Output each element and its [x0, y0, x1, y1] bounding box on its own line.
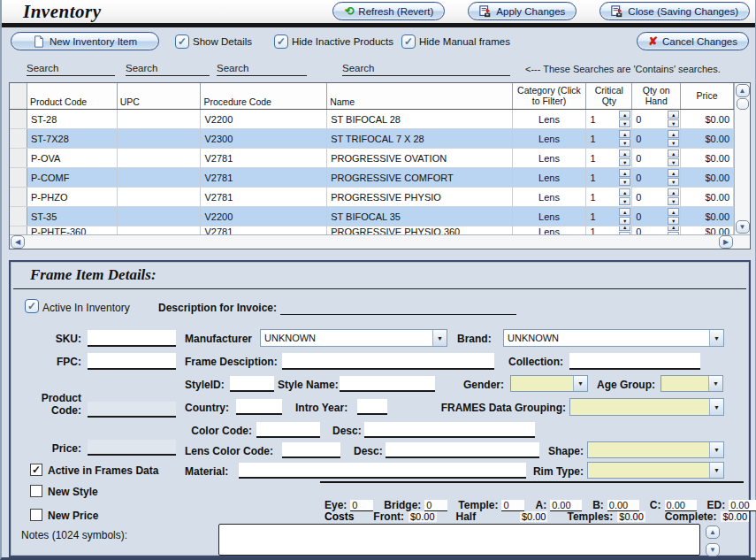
cell-procedure-code[interactable]: V2200 — [201, 110, 327, 128]
frames-grouping-select[interactable]: ▼ — [569, 398, 724, 416]
spinner-up-icon[interactable]: ▲ — [668, 208, 679, 216]
table-row[interactable]: P-OVAV2781PROGRESSIVE OVATIONLens1▲▼0▲▼$… — [10, 149, 734, 168]
qty-spinner[interactable]: ▲▼ — [619, 208, 630, 225]
new-price-checkbox[interactable] — [30, 509, 42, 521]
row-selector[interactable] — [10, 149, 27, 167]
row-selector[interactable] — [10, 226, 27, 234]
qty-spinner[interactable]: ▲▼ — [668, 188, 679, 205]
cell-name[interactable]: ST BIFOCAL 28 — [327, 110, 512, 128]
critical-qty-value[interactable]: 1 — [590, 173, 595, 183]
cell-category[interactable]: Lens — [513, 207, 587, 226]
shape-select[interactable]: ▼ — [587, 441, 724, 458]
spinner-up-icon[interactable]: ▲ — [619, 111, 630, 119]
chevron-down-icon[interactable]: ▼ — [709, 399, 723, 415]
qty-spinner[interactable]: ▲▼ — [668, 150, 679, 166]
qty-spinner[interactable]: ▲▼ — [668, 226, 679, 234]
qty-spinner[interactable]: ▲▼ — [619, 226, 630, 234]
qty-spinner[interactable]: ▲▼ — [619, 130, 630, 147]
row-selector[interactable] — [10, 188, 27, 206]
col-product-code[interactable]: Product Code — [27, 83, 118, 109]
qty-on-hand-value[interactable]: 0 — [636, 114, 641, 125]
qty-on-hand-value[interactable]: 0 — [636, 134, 641, 144]
cell-procedure-code[interactable]: V2200 — [201, 207, 327, 226]
critical-qty-value[interactable]: 1 — [590, 211, 595, 222]
cell-category[interactable]: Lens — [513, 188, 587, 206]
col-price[interactable]: Price — [681, 83, 734, 109]
cell-upc[interactable] — [118, 226, 202, 234]
chevron-down-icon[interactable]: ▼ — [709, 330, 723, 346]
cell-category[interactable]: Lens — [513, 168, 587, 187]
spinner-up-icon[interactable]: ▲ — [668, 130, 679, 138]
chevron-down-icon[interactable]: ▼ — [432, 330, 447, 346]
qty-spinner[interactable]: ▲▼ — [668, 208, 679, 225]
cell-name[interactable]: PROGRESSIVE PHYSIO 360 — [327, 226, 512, 234]
cell-procedure-code[interactable]: V2300 — [201, 129, 327, 148]
row-selector[interactable] — [10, 168, 27, 187]
cell-procedure-code[interactable]: V2781 — [201, 188, 327, 206]
table-row[interactable]: ST-35V2200ST BIFOCAL 35Lens1▲▼0▲▼$0.00 — [10, 207, 734, 226]
cell-upc[interactable] — [118, 207, 202, 226]
spinner-down-icon[interactable]: ▼ — [619, 119, 630, 127]
cell-procedure-code[interactable]: V2781 — [201, 226, 327, 234]
cell-qty-on-hand[interactable]: 0▲▼ — [632, 149, 681, 167]
color-desc-input[interactable] — [364, 422, 535, 438]
apply-changes-button[interactable]: Apply Changes — [468, 2, 577, 20]
new-style-checkbox[interactable] — [30, 485, 42, 497]
table-row[interactable]: ST-28V2200ST BIFOCAL 28Lens1▲▼0▲▼$0.00 — [10, 110, 734, 129]
spinner-up-icon[interactable]: ▲ — [668, 188, 679, 196]
collection-input[interactable] — [569, 353, 700, 370]
qty-spinner[interactable]: ▲▼ — [668, 169, 679, 186]
cell-price[interactable]: $0.00 — [681, 110, 734, 128]
critical-qty-value[interactable]: 1 — [590, 114, 595, 125]
active-in-frames-checkbox[interactable]: ✓ — [30, 464, 42, 476]
style-name-input[interactable] — [340, 376, 435, 392]
row-selector[interactable] — [10, 129, 27, 148]
cell-critical-qty[interactable]: 1▲▼ — [586, 110, 632, 128]
cell-name[interactable]: ST TRIFOCAL 7 X 28 — [327, 129, 512, 148]
cell-qty-on-hand[interactable]: 0▲▼ — [632, 207, 681, 226]
description-for-invoice-input[interactable] — [280, 299, 516, 315]
product-code-input[interactable] — [88, 402, 176, 418]
search-upc-input[interactable] — [126, 60, 210, 76]
qty-spinner[interactable]: ▲▼ — [619, 169, 630, 186]
spinner-up-icon[interactable]: ▲ — [619, 188, 630, 196]
spinner-down-icon[interactable]: ▼ — [668, 158, 679, 166]
age-group-select[interactable]: ▼ — [661, 375, 723, 392]
cell-qty-on-hand[interactable]: 0▲▼ — [632, 226, 681, 234]
critical-qty-value[interactable]: 1 — [590, 192, 595, 203]
cell-product-code[interactable]: ST-7X28 — [27, 129, 118, 148]
cell-price[interactable]: $0.00 — [681, 226, 734, 234]
gender-select[interactable]: ▼ — [510, 375, 588, 392]
cell-name[interactable]: PROGRESSIVE OVATION — [327, 149, 512, 167]
cell-product-code[interactable]: ST-35 — [27, 207, 118, 226]
cell-upc[interactable] — [118, 110, 202, 128]
critical-qty-value[interactable]: 1 — [590, 153, 595, 164]
spinner-up-icon[interactable]: ▲ — [619, 208, 630, 216]
spinner-up-icon[interactable]: ▲ — [668, 150, 679, 157]
lens-desc-input[interactable] — [386, 442, 539, 458]
cell-price[interactable]: $0.00 — [681, 188, 734, 206]
spinner-up-icon[interactable]: ▲ — [619, 169, 630, 177]
spinner-up-icon[interactable]: ▲ — [619, 150, 630, 157]
row-selector[interactable] — [10, 110, 27, 128]
vscroll-thumb[interactable] — [737, 98, 749, 110]
spinner-up-icon[interactable]: ▲ — [668, 169, 679, 177]
cell-name[interactable]: ST BIFOCAL 35 — [327, 207, 512, 226]
qty-spinner[interactable]: ▲▼ — [619, 188, 630, 205]
country-input[interactable] — [236, 399, 282, 415]
cell-price[interactable]: $0.00 — [681, 207, 734, 226]
notes-scroll-down-button[interactable]: ▼ — [706, 543, 720, 556]
intro-year-input[interactable] — [357, 399, 387, 415]
cell-critical-qty[interactable]: 1▲▼ — [586, 168, 632, 187]
horizontal-scrollbar[interactable]: ◀ ▶ — [10, 234, 750, 249]
cell-critical-qty[interactable]: 1▲▼ — [586, 226, 632, 234]
cell-upc[interactable] — [118, 168, 202, 187]
spinner-down-icon[interactable]: ▼ — [668, 139, 679, 147]
table-row[interactable]: ST-7X28V2300ST TRIFOCAL 7 X 28Lens1▲▼0▲▼… — [10, 129, 734, 149]
spinner-down-icon[interactable]: ▼ — [668, 217, 679, 225]
cell-upc[interactable] — [118, 149, 202, 167]
cell-procedure-code[interactable]: V2781 — [201, 149, 327, 167]
refresh-button[interactable]: ⟲ Refresh (Revert) — [332, 2, 445, 20]
spinner-down-icon[interactable]: ▼ — [619, 139, 630, 147]
cell-product-code[interactable]: ST-28 — [27, 110, 118, 128]
